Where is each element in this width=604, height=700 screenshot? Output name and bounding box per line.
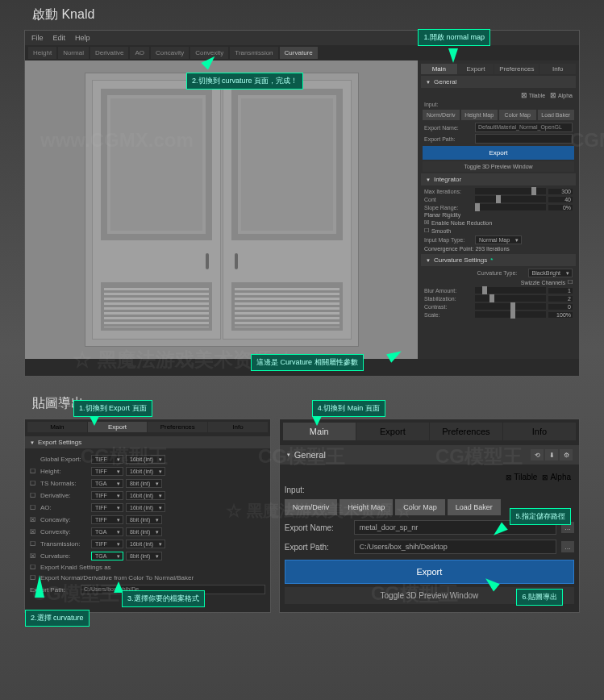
colormap-button[interactable]: Color Map (499, 110, 536, 120)
colormap-button2[interactable]: Color Map (395, 499, 445, 515)
alpha-checkbox2[interactable]: Alpha (542, 473, 571, 481)
export-button[interactable]: Export (423, 146, 574, 160)
menu-help[interactable]: Help (75, 34, 90, 42)
maxiter-slider[interactable] (475, 188, 546, 194)
export-settings-header[interactable]: Export Settings (25, 436, 270, 448)
tilable-checkbox[interactable]: Tilable (521, 91, 545, 99)
global-fmt[interactable]: TIFF (91, 455, 123, 464)
tab-height[interactable]: Height (28, 47, 56, 59)
exportpath-input3[interactable]: C:/Users/box_shih/Desktop (354, 540, 556, 554)
fmt-dropdown[interactable]: TIFF (91, 515, 123, 524)
slope-slider[interactable] (475, 204, 546, 210)
row-label: Concavity: (40, 516, 89, 523)
normderiv-button[interactable]: Norm/Deriv (423, 110, 460, 120)
exportname-input[interactable]: DefaultMaterial_Normal_OpenGL (475, 123, 573, 132)
fmt-dropdown[interactable]: TGA (91, 552, 123, 560)
section-title-1: 啟動 Knald (0, 0, 604, 30)
heightmap-button[interactable]: Height Map (461, 110, 498, 120)
global-bits[interactable]: 16bit (int) (126, 455, 165, 464)
download-icon[interactable]: ⬇ (545, 449, 558, 460)
row-checkbox[interactable]: ☐ (30, 492, 38, 499)
fmt-dropdown[interactable]: TIFF (91, 503, 123, 512)
row-checkbox[interactable]: ☒ (30, 552, 38, 560)
inputmaptype-dropdown[interactable]: Normal Map (475, 235, 522, 244)
scale-slider[interactable] (475, 311, 546, 318)
input-label2: Input: (285, 485, 349, 494)
bits-dropdown[interactable]: 8bit (int) (126, 552, 162, 560)
curvtype-dropdown[interactable]: BlackBright (528, 269, 573, 277)
contrast-slider[interactable] (475, 303, 546, 310)
mtab-export[interactable]: Export (356, 423, 429, 440)
integrator-header[interactable]: Integrator (421, 173, 576, 185)
fmt-dropdown[interactable]: TIFF (91, 467, 123, 476)
curvature-header[interactable]: Curvature Settings* (421, 254, 576, 266)
export-button-big[interactable]: Export (285, 560, 574, 584)
exportname-label2: Export Name: (285, 523, 349, 532)
fmt-dropdown[interactable]: TIFF (91, 491, 123, 500)
bits-dropdown[interactable]: 16bit (int) (126, 467, 165, 476)
row-checkbox[interactable]: ☐ (30, 480, 38, 487)
menu-edit[interactable]: Edit (53, 34, 66, 42)
row-checkbox[interactable]: ☐ (30, 468, 38, 475)
fmt-dropdown[interactable]: TGA (91, 479, 123, 488)
bits-dropdown[interactable]: 16bit (int) (126, 491, 165, 500)
normderiv-button2[interactable]: Norm/Deriv (285, 499, 338, 515)
stab-slider[interactable] (475, 295, 546, 302)
side-tab-export[interactable]: Export (458, 64, 494, 74)
loadbaker-button[interactable]: Load Baker (538, 110, 575, 120)
alpha-checkbox[interactable]: Alpha (550, 91, 573, 99)
viewport-3d[interactable] (25, 60, 418, 359)
menu-file[interactable]: File (31, 34, 44, 42)
row-checkbox[interactable]: ☒ (30, 516, 38, 523)
cont-slider[interactable] (475, 196, 546, 202)
loadbaker-button2[interactable]: Load Baker (448, 499, 501, 515)
side-tab-prefs[interactable]: Preferences (494, 64, 539, 74)
cont-value: 40 (548, 197, 573, 202)
tabbar: Height Normal Derivative AO Concavity Co… (25, 45, 579, 60)
knald-export-checkbox[interactable]: ☐ (30, 564, 38, 571)
general-header2[interactable]: General ⟲ ⬇ ⚙ (280, 445, 579, 465)
browse-icon[interactable]: … (561, 541, 574, 552)
scale-label: Scale: (424, 312, 473, 318)
etab-main[interactable]: Main (27, 422, 87, 432)
blur-slider[interactable] (475, 287, 546, 294)
etab-prefs[interactable]: Preferences (148, 422, 207, 432)
heightmap-button2[interactable]: Height Map (339, 499, 393, 515)
toggle-preview-button[interactable]: Toggle 3D Preview Window (423, 161, 574, 172)
fmt-dropdown[interactable]: TIFF (91, 540, 123, 548)
annotation-1: 1.開啟 normal map (418, 29, 490, 46)
bits-dropdown[interactable]: 8bit (int) (126, 527, 162, 536)
tilable-checkbox2[interactable]: Tilable (506, 473, 537, 481)
bits-dropdown[interactable]: 16bit (int) (126, 540, 165, 548)
bits-dropdown[interactable]: 8bit (int) (126, 515, 162, 524)
side-tab-main[interactable]: Main (421, 64, 457, 74)
swizzle-checkbox[interactable]: ☐ (568, 279, 573, 285)
smooth-checkbox[interactable]: ☐ (424, 227, 429, 234)
settings-icon[interactable]: ⚙ (560, 449, 573, 460)
mtab-info[interactable]: Info (503, 423, 576, 440)
bits-dropdown[interactable]: 8bit (int) (126, 479, 162, 488)
annotation-2: 2.切換到 curvature 頁面，完成！ (186, 73, 303, 90)
maxiter-label: Max Iterations: (424, 189, 473, 194)
row-checkbox[interactable]: ☒ (30, 528, 38, 535)
fmt-dropdown[interactable]: TGA (91, 527, 123, 536)
general-header[interactable]: General (421, 76, 576, 88)
tab-normal[interactable]: Normal (58, 47, 89, 59)
inputmaptype-label: Input Map Type: (424, 237, 473, 243)
exportpath-label: Export Path: (424, 136, 473, 142)
bits-dropdown[interactable]: 16bit (int) (126, 503, 165, 512)
exportpath-input[interactable] (475, 134, 573, 144)
tab-ao[interactable]: AO (130, 47, 149, 59)
etab-info[interactable]: Info (208, 422, 268, 432)
tab-derivative[interactable]: Derivative (90, 47, 129, 59)
exportname-label: Export Name: (424, 125, 473, 131)
side-tab-info[interactable]: Info (539, 64, 576, 74)
row-checkbox[interactable]: ☐ (30, 504, 38, 511)
tab-transmission[interactable]: Transmission (230, 47, 277, 59)
mtab-prefs[interactable]: Preferences (430, 423, 502, 440)
noise-checkbox[interactable]: ☒ (424, 219, 429, 226)
tab-concavity[interactable]: Concavity (151, 47, 189, 59)
refresh-icon[interactable]: ⟲ (531, 449, 544, 460)
row-checkbox[interactable]: ☐ (30, 540, 38, 548)
tab-curvature[interactable]: Curvature (280, 47, 318, 59)
